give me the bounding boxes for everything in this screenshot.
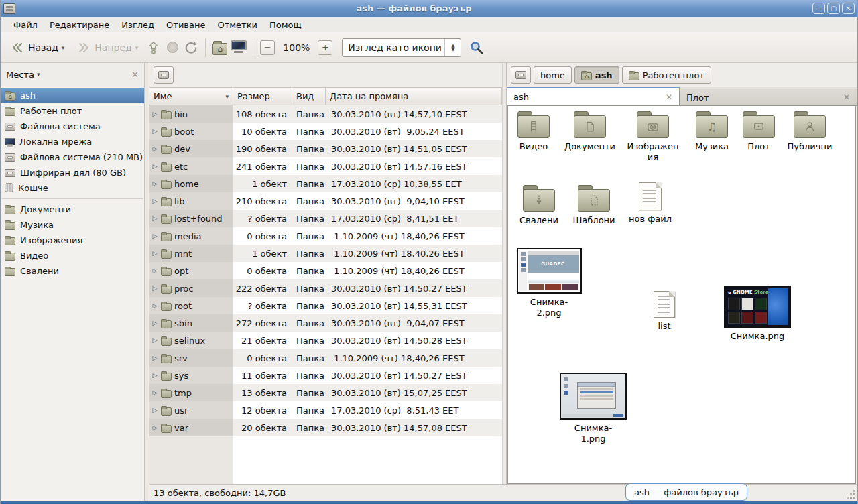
expander-icon[interactable]: ▷ bbox=[151, 215, 158, 222]
menu-go[interactable]: Отиване bbox=[160, 19, 211, 32]
expander-icon[interactable]: ▷ bbox=[151, 355, 158, 361]
path-button-desktop[interactable]: Работен плот bbox=[622, 66, 711, 84]
table-row[interactable]: ▷ tmp 13 обекта Папка 30.03.2010 (вт) 15… bbox=[149, 384, 502, 401]
column-header-type[interactable]: Вид bbox=[292, 88, 326, 105]
sidebar-item-desktop[interactable]: Работен плот bbox=[1, 103, 144, 119]
table-row[interactable]: ▷ sys 11 обекта Папка 30.03.2010 (вт) 14… bbox=[149, 367, 502, 384]
expander-icon[interactable]: ▷ bbox=[151, 372, 158, 379]
view-mode-select[interactable]: Изглед като икони ▲▼ bbox=[342, 38, 461, 57]
sidebar-dropdown-icon[interactable]: ▾ bbox=[37, 71, 40, 78]
menu-bookmarks[interactable]: Отметки bbox=[211, 19, 263, 32]
sidebar-item-downloads[interactable]: Свалени bbox=[1, 263, 144, 279]
table-row[interactable]: ▷ selinux 21 обекта Папка 30.03.2010 (вт… bbox=[149, 332, 502, 349]
table-row[interactable]: ▷ boot 10 обекта Папка 30.03.2010 (вт) 9… bbox=[149, 123, 502, 140]
expander-icon[interactable]: ▷ bbox=[151, 111, 158, 117]
sidebar-item-filesystem-210[interactable]: Файлова система (210 MB) bbox=[1, 149, 144, 165]
table-row[interactable]: ▷ media 0 обекта Папка 1.10.2009 (чт) 18… bbox=[149, 227, 502, 245]
minimize-button[interactable]: — bbox=[812, 3, 825, 14]
tab-ash[interactable]: ash ✕ bbox=[507, 87, 680, 105]
maximize-button[interactable]: ▢ bbox=[827, 3, 840, 14]
table-row[interactable]: ▷ opt 0 обекта Папка 1.10.2009 (чт) 18,4… bbox=[149, 262, 502, 279]
icon-item-templates[interactable]: Шаблони bbox=[568, 185, 619, 226]
expander-icon[interactable]: ▷ bbox=[151, 233, 158, 239]
table-row[interactable]: ▷ var 20 обекта Папка 30.03.2010 (вт) 14… bbox=[149, 419, 502, 436]
expander-icon[interactable]: ▷ bbox=[151, 198, 158, 204]
expander-icon[interactable]: ▷ bbox=[151, 407, 158, 414]
sidebar-item-filesystem[interactable]: Файлова система bbox=[1, 119, 144, 134]
sidebar-item-videos[interactable]: Видео bbox=[1, 248, 144, 263]
up-button[interactable] bbox=[146, 40, 161, 55]
expander-icon[interactable]: ▷ bbox=[151, 285, 158, 292]
sidebar-item-ash[interactable]: ash bbox=[1, 88, 144, 103]
resize-grip[interactable] bbox=[853, 497, 855, 499]
table-row[interactable]: ▷ sbin 272 обекта Папка 30.03.2010 (вт) … bbox=[149, 314, 502, 332]
home-button[interactable] bbox=[212, 40, 227, 55]
menu-help[interactable]: Помощ bbox=[263, 19, 308, 32]
back-dropdown-icon[interactable]: ▾ bbox=[62, 44, 65, 51]
sidebar-close-icon[interactable]: ✕ bbox=[131, 70, 139, 80]
table-row[interactable]: ▷ lost+found ? обекта Папка 17.03.2010 (… bbox=[149, 210, 502, 227]
expander-icon[interactable]: ▷ bbox=[151, 389, 158, 396]
icon-item-videos[interactable]: Видео bbox=[508, 111, 559, 152]
tree-root-button[interactable] bbox=[154, 66, 174, 84]
expander-icon[interactable]: ▷ bbox=[151, 180, 158, 187]
sidebar-item-encrypted[interactable]: Шифриран дял (80 GB) bbox=[1, 165, 144, 180]
icon-item-desktop[interactable]: Плот bbox=[736, 111, 782, 152]
expander-icon[interactable]: ▷ bbox=[151, 302, 158, 309]
icon-view[interactable]: Видео Документи Изображе bbox=[507, 106, 856, 484]
sidebar-item-pictures[interactable]: Изображения bbox=[1, 233, 144, 248]
taskbar-edge[interactable] bbox=[1, 501, 857, 504]
icon-item-pictures[interactable]: Изображения bbox=[625, 111, 681, 164]
computer-button[interactable] bbox=[231, 40, 246, 55]
search-button[interactable] bbox=[469, 40, 484, 55]
expander-icon[interactable]: ▷ bbox=[151, 424, 158, 431]
table-row[interactable]: ▷ mnt 1 обект Папка 1.10.2009 (чт) 18,40… bbox=[149, 245, 502, 262]
forward-button[interactable]: Напред ▾ bbox=[72, 38, 142, 58]
icon-item-music[interactable]: ♫ Музика bbox=[688, 111, 736, 152]
table-row[interactable]: ▷ home 1 обект Папка 17.03.2010 (ср) 10,… bbox=[149, 175, 502, 192]
icon-item-downloads[interactable]: Свалени bbox=[513, 185, 564, 226]
table-row[interactable]: ▷ proc 222 обекта Папка 30.03.2010 (вт) … bbox=[149, 279, 502, 297]
zoom-out-button[interactable]: − bbox=[260, 40, 275, 55]
icon-item-new-file[interactable]: нов файл bbox=[623, 182, 677, 225]
column-header-size[interactable]: Размер bbox=[233, 88, 292, 105]
path-button-home[interactable]: home bbox=[534, 66, 572, 84]
icon-item-snimka[interactable]: ⴰ GNOME Store Снимка.png bbox=[719, 286, 796, 342]
icon-item-public[interactable]: Публични bbox=[782, 111, 838, 152]
titlebar[interactable]: ash — файлов браузър — ▢ ✕ bbox=[1, 0, 857, 17]
table-row[interactable]: ▷ usr 12 обекта Папка 17.03.2010 (ср) 8,… bbox=[149, 401, 502, 419]
menu-view[interactable]: Изглед bbox=[115, 19, 160, 32]
table-row[interactable]: ▷ bin 108 обекта Папка 30.03.2010 (вт) 1… bbox=[149, 105, 502, 123]
table-row[interactable]: ▷ srv 0 обекта Папка 1.10.2009 (чт) 18,4… bbox=[149, 349, 502, 367]
sidebar-item-trash[interactable]: Кошче bbox=[1, 180, 144, 196]
sidebar-item-music[interactable]: Музика bbox=[1, 217, 144, 233]
icon-item-snimka1[interactable]: Снимка-1.png bbox=[556, 373, 630, 445]
close-button[interactable]: ✕ bbox=[842, 3, 855, 14]
expander-icon[interactable]: ▷ bbox=[151, 320, 158, 326]
table-row[interactable]: ▷ etc 241 обекта Папка 30.03.2010 (вт) 1… bbox=[149, 158, 502, 175]
expander-icon[interactable]: ▷ bbox=[151, 163, 158, 170]
table-row[interactable]: ▷ root ? обекта Папка 30.03.2010 (вт) 14… bbox=[149, 297, 502, 314]
pane-splitter[interactable] bbox=[502, 63, 507, 484]
sidebar-splitter[interactable] bbox=[145, 63, 149, 501]
column-header-name[interactable]: Име▾ bbox=[149, 88, 233, 105]
expander-icon[interactable]: ▷ bbox=[151, 250, 158, 257]
table-row[interactable]: ▷ lib 210 обекта Папка 30.03.2010 (вт) 9… bbox=[149, 192, 502, 210]
expander-icon[interactable]: ▷ bbox=[151, 128, 158, 135]
sidebar-title[interactable]: Места bbox=[6, 70, 34, 80]
sidebar-item-documents[interactable]: Документи bbox=[1, 202, 144, 217]
icon-item-list[interactable]: list bbox=[641, 291, 688, 332]
path-button-ash[interactable]: ash bbox=[574, 66, 619, 84]
icon-item-snimka2[interactable]: GUADEC Снимка-2.png bbox=[512, 248, 586, 319]
menu-edit[interactable]: Редактиране bbox=[44, 19, 115, 32]
table-row[interactable]: ▷ dev 190 обекта Папка 30.03.2010 (вт) 1… bbox=[149, 140, 502, 158]
reload-button[interactable] bbox=[184, 40, 198, 55]
zoom-in-button[interactable]: + bbox=[318, 40, 332, 55]
column-header-date[interactable]: Дата на промяна bbox=[326, 88, 502, 105]
tab-close-icon[interactable]: ✕ bbox=[666, 92, 672, 102]
combo-spinner-icon[interactable]: ▲▼ bbox=[444, 39, 461, 56]
sidebar-item-network[interactable]: Локална мрежа bbox=[1, 134, 144, 149]
back-button[interactable]: Назад ▾ bbox=[6, 38, 68, 58]
tab-plot[interactable]: Плот ✕ bbox=[680, 89, 857, 105]
tab-close-icon[interactable]: ✕ bbox=[843, 92, 850, 102]
